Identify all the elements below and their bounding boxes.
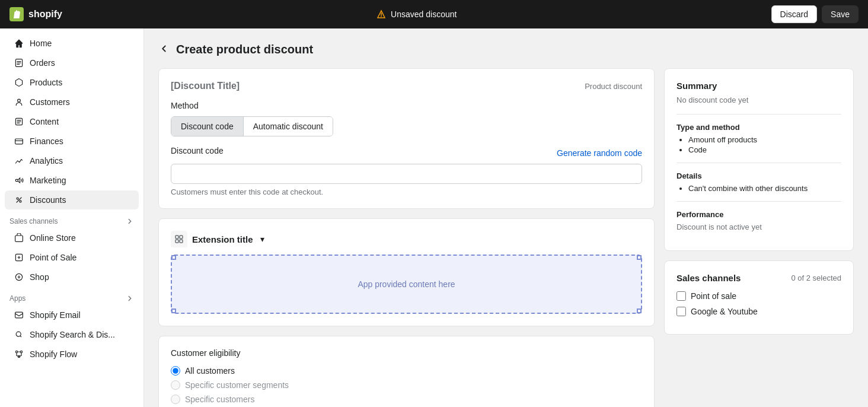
sidebar-label-home: Home: [30, 39, 52, 48]
sidebar-item-discounts[interactable]: Discounts: [5, 190, 139, 209]
sidebar-item-point-of-sale[interactable]: Point of Sale: [5, 248, 139, 267]
svg-point-14: [20, 351, 22, 352]
discount-type-label: Product discount: [585, 82, 642, 91]
extension-card: Extension title ▾ App provided content h…: [158, 218, 655, 326]
resize-handle-tr[interactable]: [637, 255, 642, 260]
expand-apps-icon[interactable]: [126, 294, 134, 303]
apps-section: Apps: [0, 287, 143, 305]
tab-discount-code[interactable]: Discount code: [171, 117, 243, 136]
summary-detail-combine: Can't combine with other discounts: [688, 184, 841, 193]
summary-item-amount: Amount off products: [688, 135, 841, 144]
radio-all-customers[interactable]: All customers: [171, 366, 642, 376]
svg-point-13: [15, 351, 17, 352]
svg-rect-18: [175, 240, 178, 243]
sidebar-item-orders[interactable]: Orders: [5, 53, 139, 72]
back-button[interactable]: [158, 43, 169, 56]
expand-sales-icon[interactable]: [126, 217, 134, 225]
resize-handle-tl[interactable]: [171, 255, 176, 260]
orders-icon: [14, 58, 24, 68]
summary-type-method: Type and method Amount off products Code: [676, 123, 841, 154]
resize-handle-bl[interactable]: [171, 309, 176, 313]
sidebar-label-discounts: Discounts: [30, 195, 66, 205]
svg-rect-8: [15, 236, 23, 241]
svg-rect-4: [15, 139, 23, 144]
sidebar-item-home[interactable]: Home: [5, 34, 139, 53]
sidebar-label-shopify-search: Shopify Search & Dis...: [30, 330, 115, 339]
content-grid: [Discount Title] Product discount Method…: [158, 68, 854, 407]
tab-automatic-discount[interactable]: Automatic discount: [243, 117, 333, 136]
channel-pos-label: Point of sale: [691, 291, 736, 301]
sidebar-label-shopify-flow: Shopify Flow: [30, 349, 77, 359]
channel-google[interactable]: Google & Youtube: [676, 307, 841, 316]
radio-segments-input[interactable]: [171, 380, 180, 390]
sidebar-item-analytics[interactable]: Analytics: [5, 151, 139, 170]
summary-type-method-list: Amount off products Code: [676, 135, 841, 154]
summary-details: Details Can't combine with other discoun…: [676, 171, 841, 193]
point-of-sale-icon: [14, 253, 24, 262]
analytics-icon: [14, 156, 24, 166]
summary-divider-3: [676, 201, 841, 202]
sidebar-item-shopify-flow[interactable]: Shopify Flow: [5, 345, 139, 364]
channel-pos[interactable]: Point of sale: [676, 291, 841, 301]
discount-title-row: [Discount Title] Product discount: [171, 81, 642, 91]
channel-pos-checkbox[interactable]: [676, 291, 686, 301]
summary-no-code: No discount code yet: [676, 96, 841, 104]
sidebar-label-point-of-sale: Point of Sale: [30, 253, 76, 262]
sidebar-item-marketing[interactable]: Marketing: [5, 171, 139, 190]
page-title: Create product discount: [176, 43, 313, 56]
discount-title-card: [Discount Title] Product discount Method…: [158, 68, 655, 209]
svg-rect-11: [15, 312, 23, 318]
sidebar-label-finances: Finances: [30, 136, 63, 146]
summary-performance-text: Discount is not active yet: [676, 222, 841, 231]
summary-details-title: Details: [676, 171, 841, 180]
summary-divider-2: [676, 163, 841, 163]
sidebar-item-shopify-email[interactable]: Shopify Email: [5, 306, 139, 325]
extension-content-placeholder: App provided content here: [358, 279, 455, 289]
summary-item-code: Code: [688, 145, 841, 154]
save-button[interactable]: Save: [822, 5, 859, 23]
method-tab-group: Discount code Automatic discount: [171, 116, 333, 136]
extension-content-area: App provided content here: [171, 255, 642, 314]
content-icon: [14, 117, 24, 126]
sidebar-item-products[interactable]: Products: [5, 73, 139, 92]
svg-rect-5: [15, 179, 18, 181]
chevron-down-icon[interactable]: ▾: [260, 234, 264, 244]
channel-google-checkbox[interactable]: [676, 307, 686, 316]
sidebar-item-customers[interactable]: Customers: [5, 93, 139, 112]
customer-eligibility-radio-group: All customers Specific customer segments…: [171, 366, 642, 404]
summary-card: Summary No discount code yet Type and me…: [664, 68, 854, 251]
summary-type-method-title: Type and method: [676, 123, 841, 132]
summary-performance: Performance Discount is not active yet: [676, 210, 841, 231]
radio-specific-customers[interactable]: Specific customers: [171, 395, 642, 404]
svg-point-7: [20, 201, 21, 202]
sidebar-item-content[interactable]: Content: [5, 112, 139, 131]
sidebar-item-finances[interactable]: Finances: [5, 132, 139, 151]
sidebar-item-online-store[interactable]: Online Store: [5, 228, 139, 247]
email-icon: [14, 310, 24, 320]
products-icon: [14, 78, 24, 87]
svg-point-6: [17, 198, 18, 199]
radio-all-input[interactable]: [171, 366, 180, 376]
sales-channels-count: 0 of 2 selected: [791, 274, 841, 282]
svg-rect-17: [180, 236, 183, 239]
radio-specific-segments[interactable]: Specific customer segments: [171, 380, 642, 390]
sidebar-item-shop[interactable]: Shop: [5, 268, 139, 287]
extension-title: Extension title: [192, 234, 253, 244]
radio-specific-input[interactable]: [171, 395, 180, 404]
discount-code-input[interactable]: [171, 164, 642, 184]
discount-helper-text: Customers must enter this code at checko…: [171, 187, 642, 196]
extension-header: Extension title ▾: [171, 231, 642, 247]
discard-button[interactable]: Discard: [771, 5, 817, 23]
svg-rect-16: [175, 236, 178, 239]
topnav-actions: Discard Save: [771, 5, 859, 23]
sidebar-item-shopify-search[interactable]: Shopify Search & Dis...: [5, 325, 139, 344]
generate-random-link[interactable]: Generate random code: [557, 148, 642, 158]
topnav: shopify Unsaved discount Discard Save: [0, 0, 868, 28]
resize-handle-br[interactable]: [637, 309, 642, 313]
sidebar-label-shopify-email: Shopify Email: [30, 310, 81, 320]
radio-specific-label: Specific customers: [185, 395, 254, 404]
finances-icon: [14, 136, 24, 146]
sidebar-label-orders: Orders: [30, 58, 55, 68]
sidebar-label-marketing: Marketing: [30, 176, 66, 185]
logo-text: shopify: [28, 9, 62, 20]
